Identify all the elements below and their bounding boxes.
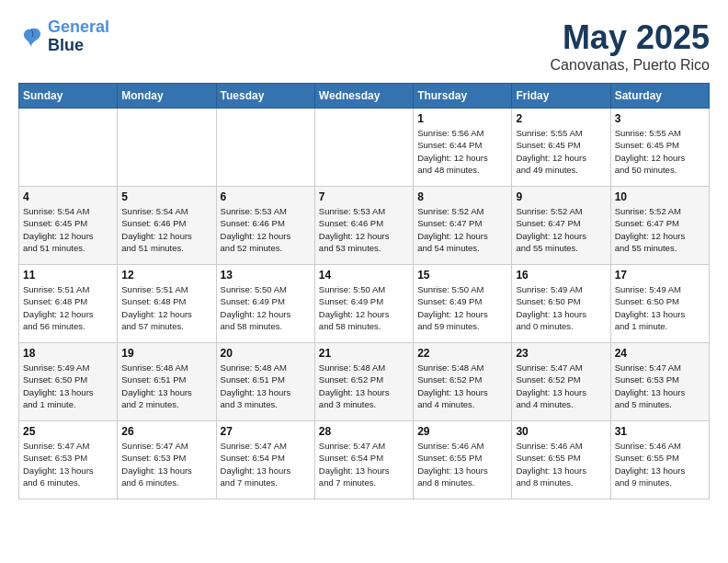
calendar-cell: 15Sunrise: 5:50 AMSunset: 6:49 PMDayligh… bbox=[414, 265, 512, 343]
day-number: 15 bbox=[417, 269, 507, 282]
calendar-cell: 3Sunrise: 5:55 AMSunset: 6:45 PMDaylight… bbox=[610, 109, 709, 187]
weekday-header-tuesday: Tuesday bbox=[216, 84, 314, 109]
day-number: 16 bbox=[516, 269, 606, 282]
calendar-cell: 22Sunrise: 5:48 AMSunset: 6:52 PMDayligh… bbox=[414, 343, 512, 421]
calendar-subtitle: Canovanas, Puerto Rico bbox=[551, 57, 710, 74]
calendar-cell: 28Sunrise: 5:47 AMSunset: 6:54 PMDayligh… bbox=[314, 421, 413, 500]
day-info: Sunrise: 5:47 AMSunset: 6:53 PMDaylight:… bbox=[121, 440, 211, 488]
calendar-cell: 2Sunrise: 5:55 AMSunset: 6:45 PMDaylight… bbox=[512, 109, 610, 187]
day-number: 21 bbox=[319, 347, 409, 360]
calendar-cell bbox=[314, 109, 413, 187]
day-info: Sunrise: 5:52 AMSunset: 6:47 PMDaylight:… bbox=[516, 205, 606, 254]
day-info: Sunrise: 5:47 AMSunset: 6:54 PMDaylight:… bbox=[221, 440, 311, 488]
day-info: Sunrise: 5:51 AMSunset: 6:48 PMDaylight:… bbox=[23, 283, 113, 332]
calendar-cell: 26Sunrise: 5:47 AMSunset: 6:53 PMDayligh… bbox=[118, 421, 216, 500]
day-info: Sunrise: 5:46 AMSunset: 6:55 PMDaylight:… bbox=[615, 440, 705, 488]
calendar-cell: 21Sunrise: 5:48 AMSunset: 6:52 PMDayligh… bbox=[314, 343, 413, 421]
day-number: 26 bbox=[121, 425, 211, 438]
day-info: Sunrise: 5:47 AMSunset: 6:54 PMDaylight:… bbox=[319, 440, 409, 488]
day-info: Sunrise: 5:46 AMSunset: 6:55 PMDaylight:… bbox=[417, 440, 507, 488]
day-number: 27 bbox=[221, 425, 311, 438]
calendar-cell: 13Sunrise: 5:50 AMSunset: 6:49 PMDayligh… bbox=[216, 265, 314, 343]
calendar-cell: 20Sunrise: 5:48 AMSunset: 6:51 PMDayligh… bbox=[216, 343, 314, 421]
day-number: 17 bbox=[615, 269, 705, 282]
day-info: Sunrise: 5:52 AMSunset: 6:47 PMDaylight:… bbox=[615, 205, 705, 254]
day-number: 2 bbox=[516, 112, 606, 125]
day-info: Sunrise: 5:47 AMSunset: 6:52 PMDaylight:… bbox=[516, 362, 606, 410]
calendar-cell: 19Sunrise: 5:48 AMSunset: 6:51 PMDayligh… bbox=[118, 343, 216, 421]
day-number: 3 bbox=[615, 112, 705, 125]
day-number: 28 bbox=[319, 425, 409, 438]
day-number: 6 bbox=[221, 190, 311, 203]
day-number: 7 bbox=[319, 190, 409, 203]
day-number: 25 bbox=[23, 425, 113, 438]
calendar-cell: 27Sunrise: 5:47 AMSunset: 6:54 PMDayligh… bbox=[216, 421, 314, 500]
calendar-cell: 7Sunrise: 5:53 AMSunset: 6:46 PMDaylight… bbox=[314, 187, 413, 265]
weekday-header-monday: Monday bbox=[118, 84, 216, 109]
calendar-cell: 14Sunrise: 5:50 AMSunset: 6:49 PMDayligh… bbox=[314, 265, 413, 343]
calendar-cell: 12Sunrise: 5:51 AMSunset: 6:48 PMDayligh… bbox=[118, 265, 216, 343]
weekday-header-sunday: Sunday bbox=[19, 84, 118, 109]
logo: GeneralBlue bbox=[18, 18, 109, 55]
calendar-cell: 5Sunrise: 5:54 AMSunset: 6:46 PMDaylight… bbox=[118, 187, 216, 265]
calendar-cell: 10Sunrise: 5:52 AMSunset: 6:47 PMDayligh… bbox=[610, 187, 709, 265]
day-info: Sunrise: 5:55 AMSunset: 6:45 PMDaylight:… bbox=[516, 127, 606, 176]
day-info: Sunrise: 5:52 AMSunset: 6:47 PMDaylight:… bbox=[417, 205, 507, 254]
calendar-cell: 29Sunrise: 5:46 AMSunset: 6:55 PMDayligh… bbox=[414, 421, 512, 500]
day-info: Sunrise: 5:49 AMSunset: 6:50 PMDaylight:… bbox=[23, 362, 113, 410]
day-info: Sunrise: 5:47 AMSunset: 6:53 PMDaylight:… bbox=[23, 440, 113, 488]
calendar-cell bbox=[216, 109, 314, 187]
day-number: 14 bbox=[319, 269, 409, 282]
calendar-cell: 17Sunrise: 5:49 AMSunset: 6:50 PMDayligh… bbox=[610, 265, 709, 343]
day-number: 19 bbox=[121, 347, 211, 360]
calendar-cell bbox=[19, 109, 118, 187]
day-info: Sunrise: 5:49 AMSunset: 6:50 PMDaylight:… bbox=[516, 283, 606, 332]
calendar-cell: 4Sunrise: 5:54 AMSunset: 6:45 PMDaylight… bbox=[19, 187, 118, 265]
day-number: 9 bbox=[516, 190, 606, 203]
weekday-header-thursday: Thursday bbox=[414, 84, 512, 109]
calendar-cell: 23Sunrise: 5:47 AMSunset: 6:52 PMDayligh… bbox=[512, 343, 610, 421]
calendar-cell: 25Sunrise: 5:47 AMSunset: 6:53 PMDayligh… bbox=[19, 421, 118, 500]
day-number: 8 bbox=[417, 190, 507, 203]
day-info: Sunrise: 5:50 AMSunset: 6:49 PMDaylight:… bbox=[221, 283, 311, 332]
day-info: Sunrise: 5:50 AMSunset: 6:49 PMDaylight:… bbox=[319, 283, 409, 332]
calendar-title: May 2025 bbox=[551, 18, 710, 57]
weekday-header-saturday: Saturday bbox=[610, 84, 709, 109]
day-info: Sunrise: 5:54 AMSunset: 6:45 PMDaylight:… bbox=[23, 205, 113, 254]
calendar-cell: 1Sunrise: 5:56 AMSunset: 6:44 PMDaylight… bbox=[414, 109, 512, 187]
day-info: Sunrise: 5:47 AMSunset: 6:53 PMDaylight:… bbox=[615, 362, 705, 410]
header: GeneralBlue May 2025 Canovanas, Puerto R… bbox=[18, 18, 710, 74]
calendar-cell: 16Sunrise: 5:49 AMSunset: 6:50 PMDayligh… bbox=[512, 265, 610, 343]
day-number: 29 bbox=[417, 425, 507, 438]
calendar-cell: 30Sunrise: 5:46 AMSunset: 6:55 PMDayligh… bbox=[512, 421, 610, 500]
day-info: Sunrise: 5:51 AMSunset: 6:48 PMDaylight:… bbox=[121, 283, 211, 332]
calendar-cell: 18Sunrise: 5:49 AMSunset: 6:50 PMDayligh… bbox=[19, 343, 118, 421]
day-info: Sunrise: 5:56 AMSunset: 6:44 PMDaylight:… bbox=[417, 127, 507, 176]
day-number: 1 bbox=[417, 112, 507, 125]
day-info: Sunrise: 5:55 AMSunset: 6:45 PMDaylight:… bbox=[615, 127, 705, 176]
calendar-cell: 24Sunrise: 5:47 AMSunset: 6:53 PMDayligh… bbox=[610, 343, 709, 421]
day-number: 13 bbox=[221, 269, 311, 282]
calendar-table: SundayMondayTuesdayWednesdayThursdayFrid… bbox=[18, 83, 710, 500]
title-area: May 2025 Canovanas, Puerto Rico bbox=[551, 18, 710, 74]
day-number: 11 bbox=[23, 269, 113, 282]
day-info: Sunrise: 5:46 AMSunset: 6:55 PMDaylight:… bbox=[516, 440, 606, 488]
day-info: Sunrise: 5:49 AMSunset: 6:50 PMDaylight:… bbox=[615, 283, 705, 332]
day-number: 5 bbox=[121, 190, 211, 203]
day-number: 23 bbox=[516, 347, 606, 360]
calendar-cell: 8Sunrise: 5:52 AMSunset: 6:47 PMDaylight… bbox=[414, 187, 512, 265]
day-info: Sunrise: 5:48 AMSunset: 6:51 PMDaylight:… bbox=[121, 362, 211, 410]
weekday-header-wednesday: Wednesday bbox=[314, 84, 413, 109]
day-info: Sunrise: 5:48 AMSunset: 6:52 PMDaylight:… bbox=[319, 362, 409, 410]
day-info: Sunrise: 5:50 AMSunset: 6:49 PMDaylight:… bbox=[417, 283, 507, 332]
day-number: 24 bbox=[615, 347, 705, 360]
logo-text: GeneralBlue bbox=[48, 18, 109, 55]
day-info: Sunrise: 5:54 AMSunset: 6:46 PMDaylight:… bbox=[121, 205, 211, 254]
day-number: 30 bbox=[516, 425, 606, 438]
calendar-cell bbox=[118, 109, 216, 187]
day-info: Sunrise: 5:53 AMSunset: 6:46 PMDaylight:… bbox=[221, 205, 311, 254]
calendar-cell: 9Sunrise: 5:52 AMSunset: 6:47 PMDaylight… bbox=[512, 187, 610, 265]
calendar-cell: 11Sunrise: 5:51 AMSunset: 6:48 PMDayligh… bbox=[19, 265, 118, 343]
calendar-cell: 31Sunrise: 5:46 AMSunset: 6:55 PMDayligh… bbox=[610, 421, 709, 500]
day-number: 10 bbox=[615, 190, 705, 203]
